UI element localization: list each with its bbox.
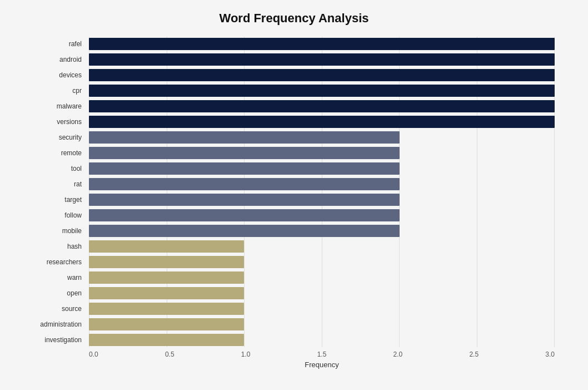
- bar-row: warn: [89, 270, 555, 285]
- bar-row: android: [89, 52, 555, 67]
- chart-title: Word Frequency Analysis: [22, 11, 566, 26]
- x-axis-label: 2.0: [393, 350, 403, 358]
- bar-label: target: [19, 196, 86, 204]
- bar-row: tool: [89, 161, 555, 176]
- bar-label: cpr: [19, 87, 86, 95]
- x-axis-label: 0.0: [89, 350, 98, 358]
- bar-label: researchers: [19, 258, 86, 266]
- bar-row: security: [89, 130, 555, 145]
- bar: [89, 100, 555, 112]
- bar-label: source: [19, 305, 86, 313]
- bar-row: investigation: [89, 333, 555, 347]
- bar: [89, 303, 244, 315]
- bar: [89, 85, 555, 97]
- bar-row: administration: [89, 317, 555, 332]
- bar-row: rat: [89, 177, 555, 191]
- x-axis-label: 1.0: [241, 350, 251, 358]
- bar: [89, 225, 400, 237]
- bar: [89, 318, 244, 330]
- bar: [89, 116, 555, 128]
- bar: [89, 131, 400, 144]
- bar-row: remote: [89, 146, 555, 160]
- bar-label: hash: [19, 243, 86, 250]
- bar-row: open: [89, 286, 555, 300]
- bar: [89, 271, 244, 284]
- bar-label: devices: [19, 71, 86, 79]
- x-axis-label: 2.5: [469, 350, 479, 358]
- bar: [89, 38, 555, 50]
- bar: [89, 287, 244, 299]
- bar: [89, 256, 244, 268]
- bar-row: rafel: [89, 37, 555, 51]
- chart-inner: rafelandroiddevicescprmalwareversionssec…: [22, 37, 566, 347]
- bar: [89, 209, 400, 221]
- bars-wrapper: rafelandroiddevicescprmalwareversionssec…: [22, 37, 566, 347]
- bar: [89, 240, 244, 253]
- x-axis-title: Frequency: [89, 361, 555, 369]
- bar-row: devices: [89, 68, 555, 82]
- bar-row: follow: [89, 208, 555, 223]
- x-axis-label: 3.0: [545, 350, 555, 358]
- x-axis-labels: 0.00.51.01.52.02.53.0: [89, 350, 555, 358]
- bar: [89, 334, 244, 346]
- bar: [89, 69, 555, 81]
- chart-area: rafelandroiddevicescprmalwareversionssec…: [22, 37, 566, 327]
- bar-label: versions: [19, 118, 86, 126]
- bar-label: malware: [19, 102, 86, 110]
- x-axis: 0.00.51.01.52.02.53.0 Frequency: [22, 350, 566, 369]
- bar-row: hash: [89, 239, 555, 254]
- bar: [89, 194, 400, 206]
- bar-row: mobile: [89, 224, 555, 238]
- x-axis-label: 0.5: [165, 350, 175, 358]
- bar-label: remote: [19, 149, 86, 157]
- bar-label: administration: [19, 320, 86, 328]
- bar-label: rafel: [19, 40, 86, 48]
- bar-label: mobile: [19, 227, 86, 235]
- bar: [89, 53, 555, 66]
- bar-label: investigation: [19, 336, 86, 344]
- bar: [89, 162, 400, 175]
- bar-label: warn: [19, 274, 86, 282]
- x-axis-label: 1.5: [317, 350, 327, 358]
- bar-row: versions: [89, 115, 555, 129]
- bar-row: cpr: [89, 83, 555, 98]
- bar-row: target: [89, 192, 555, 207]
- bar-label: security: [19, 134, 86, 141]
- bar-row: source: [89, 302, 555, 316]
- bar: [89, 178, 400, 190]
- bar-label: follow: [19, 211, 86, 219]
- bar-label: rat: [19, 180, 86, 188]
- bar-row: researchers: [89, 255, 555, 269]
- bar-label: tool: [19, 165, 86, 172]
- bar-label: android: [19, 56, 86, 63]
- bar-row: malware: [89, 99, 555, 113]
- chart-container: Word Frequency Analysis rafelandroiddevi…: [0, 0, 588, 390]
- bar-label: open: [19, 289, 86, 297]
- bar: [89, 147, 400, 159]
